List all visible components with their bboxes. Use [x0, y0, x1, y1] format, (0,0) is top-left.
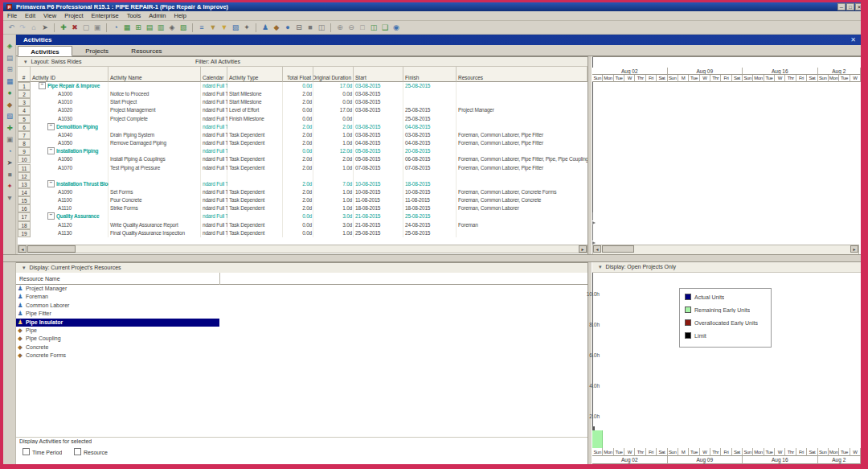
original-duration-cell[interactable]: 17.0d	[313, 106, 354, 114]
rail-expenses-icon[interactable]: ◆	[4, 100, 15, 110]
row-number[interactable]: 3	[18, 98, 31, 106]
resource-row[interactable]: ♟ Project Manager	[16, 285, 219, 293]
tab-projects[interactable]: Projects	[74, 46, 120, 56]
start-cell[interactable]: 03-08-2015	[354, 131, 403, 139]
timescale-day[interactable]: Fri	[721, 448, 731, 456]
timescale-day[interactable]: Fri	[721, 75, 731, 82]
resources-icon[interactable]: ♟	[260, 23, 270, 32]
original-duration-cell[interactable]: 1.0d	[313, 196, 354, 204]
timescale-day[interactable]: Mon	[753, 448, 764, 456]
timescale-day[interactable]: Mon	[603, 448, 613, 456]
calendar-cell[interactable]: ndard Full Time	[201, 204, 227, 212]
activity-id-cell[interactable]: A1050	[56, 139, 108, 147]
calendar-cell[interactable]: ndard Full Time	[201, 221, 227, 229]
total-float-cell[interactable]: 0.0d	[283, 212, 313, 220]
columns-icon[interactable]: ▦	[122, 23, 132, 32]
timescale-day[interactable]: Sat	[807, 75, 817, 82]
activity-name-cell[interactable]: Remove Damaged Piping	[108, 139, 201, 147]
menu-project[interactable]: Project	[60, 11, 87, 21]
rail-tracking-icon[interactable]: ◔	[4, 146, 15, 157]
redo-icon[interactable]: ↷	[18, 23, 27, 32]
resources-cell[interactable]: Foreman, Common Laborer, Pipe Fitter, Pi…	[457, 155, 588, 163]
timescale-day[interactable]: M	[678, 75, 689, 82]
timescale-day[interactable]: Fri	[796, 75, 807, 82]
row-number[interactable]: 7	[18, 131, 31, 139]
activity-name-cell[interactable]: Project Complete	[108, 115, 201, 123]
collapse-icon[interactable]: −	[47, 212, 55, 220]
start-cell[interactable]: 10-08-2015	[354, 188, 403, 196]
start-cell[interactable]: 11-08-2015	[354, 196, 403, 204]
calendar-cell[interactable]: ndard Full Time	[201, 196, 227, 204]
start-cell[interactable]: 05-08-2015	[354, 155, 403, 163]
menu-help[interactable]: Help	[170, 11, 190, 21]
menu-admin[interactable]: Admin	[145, 11, 170, 21]
start-cell[interactable]: 21-08-2015	[354, 221, 403, 229]
total-float-cell[interactable]: 2.0d	[283, 196, 313, 204]
timescale-day[interactable]: Sun	[743, 75, 753, 82]
activity-id-cell[interactable]: A1080	[56, 172, 108, 180]
finish-cell[interactable]: 11-08-2015	[403, 196, 457, 204]
filter-icon[interactable]: ▼	[219, 23, 229, 32]
original-duration-cell[interactable]: 12.0d	[313, 147, 354, 155]
resources-cell[interactable]: Foreman, Common Laborer, Pipe Fitter	[457, 164, 588, 172]
start-cell[interactable]: 03-08-2015	[354, 106, 403, 114]
activity-id-cell[interactable]: −Installation Thrust Block	[46, 180, 108, 188]
row-number[interactable]: 12	[18, 172, 31, 180]
scroll-thumb[interactable]	[27, 245, 76, 253]
row-number[interactable]: 10	[18, 155, 31, 163]
resource-row[interactable]: ◆ Pipe Coupling	[16, 335, 219, 343]
timescale-day[interactable]: Thr	[785, 448, 796, 456]
resources-cell[interactable]	[457, 180, 588, 188]
calendar-cell[interactable]: ndard Full Time	[201, 229, 227, 237]
checkbox-resource[interactable]: Resource	[74, 448, 108, 455]
activity-name-cell[interactable]	[108, 212, 201, 220]
original-duration-cell[interactable]: 7.0d	[313, 180, 354, 188]
start-cell[interactable]: 03-08-2015	[354, 82, 403, 90]
activity-type-cell[interactable]	[227, 212, 283, 220]
calendar-cell[interactable]: ndard Full Time	[201, 139, 227, 147]
roles-icon[interactable]: ◆	[272, 23, 281, 32]
timescale-day[interactable]: Mon	[753, 75, 764, 82]
resources-cell[interactable]	[457, 147, 588, 155]
timescale-day[interactable]: Thr	[635, 75, 645, 82]
activity-type-cell[interactable]: Level of Effort	[227, 106, 283, 114]
total-float-cell[interactable]: 0.0d	[283, 229, 313, 237]
activity-name-cell[interactable]: Notice to Proceed	[108, 90, 201, 98]
activity-name-cell[interactable]: Install Piping & Couplings	[108, 155, 201, 163]
original-duration-cell[interactable]: 1.0d	[313, 131, 354, 139]
resource-row[interactable]: ♟ Pipe Insulator	[16, 319, 219, 327]
checkbox-time-period[interactable]: Time Period	[23, 448, 62, 455]
activity-name-cell[interactable]	[108, 147, 201, 155]
info-icon[interactable]: ◉	[391, 23, 401, 32]
row-number[interactable]: 1	[18, 82, 31, 90]
resource-row[interactable]: ♟ Common Laborer	[16, 302, 219, 310]
rail-issues-icon[interactable]: ✚	[4, 123, 15, 134]
rail-obs-icon[interactable]: ▼	[4, 193, 15, 204]
total-float-cell[interactable]: 2.0d	[283, 155, 313, 163]
row-number[interactable]: 4	[18, 106, 31, 114]
activity-id-cell[interactable]: A1060	[56, 155, 108, 163]
timescale-day[interactable]: Thr	[785, 75, 796, 82]
timescale-day[interactable]: W	[775, 75, 785, 82]
menu-file[interactable]: File	[3, 11, 21, 21]
resource-row[interactable]: ♟ Foreman	[16, 293, 219, 301]
activity-id-cell[interactable]: A1040	[56, 131, 108, 139]
rail-activities-icon[interactable]: ⊞	[4, 64, 15, 75]
activity-name-cell[interactable]: Strike Forms	[108, 204, 201, 212]
timescale-day[interactable]: Sun	[592, 75, 603, 82]
resource-row[interactable]: ♟ Pipe Fitter	[16, 310, 219, 318]
activity-name-cell[interactable]: Drain Piping System	[108, 131, 201, 139]
column-divider[interactable]	[219, 273, 220, 285]
bars-icon[interactable]: ▤	[145, 23, 154, 32]
activity-name-cell[interactable]: Test Piping at Pressure	[108, 164, 201, 172]
start-cell[interactable]: 04-08-2015	[354, 139, 403, 147]
maximize-icon[interactable]: □	[846, 3, 854, 10]
activity-name-cell[interactable]	[108, 180, 201, 188]
activity-type-cell[interactable]	[227, 82, 283, 90]
finish-cell[interactable]: 25-08-2015	[403, 82, 457, 90]
activity-name-cell[interactable]: Write Quality Assurance Report	[108, 221, 201, 229]
activity-id-cell[interactable]: A1090	[56, 188, 108, 196]
group-sort-icon[interactable]: ≡	[197, 23, 207, 32]
activity-type-cell[interactable]: Start Milestone	[227, 98, 283, 106]
start-cell[interactable]: 10-08-2015	[354, 180, 403, 188]
